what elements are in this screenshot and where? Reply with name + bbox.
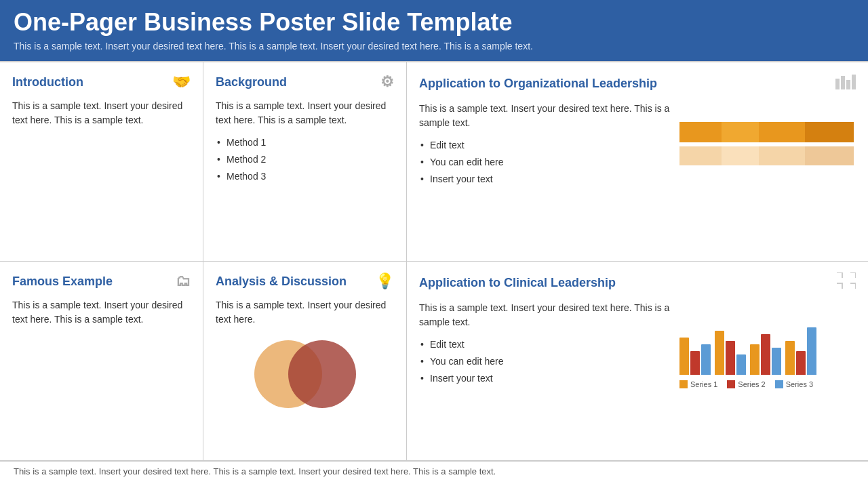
background-list: Method 1 Method 2 Method 3 — [216, 136, 394, 184]
list-item: Method 2 — [216, 152, 394, 167]
legend-label-s1: Series 1 — [690, 380, 717, 388]
list-item: Insert your text — [419, 172, 673, 186]
bar-s2-g4 — [796, 351, 806, 375]
clinical-leadership-list: Edit text You can edit here Insert your … — [419, 338, 673, 386]
gear-icon: ⚙ — [380, 73, 394, 91]
lightbulb-icon: 💡 — [376, 272, 394, 290]
org-chart-area — [679, 102, 856, 189]
org-leadership-cell: Application to Organizational Leadership… — [407, 62, 868, 262]
clinical-leadership-title: Application to Clinical Leadership — [419, 272, 856, 293]
handshake-icon: 🤝 — [172, 73, 191, 91]
venn-diagram — [216, 340, 394, 408]
list-item: Edit text — [419, 338, 673, 352]
legend-color-s1 — [679, 380, 688, 388]
list-item: Insert your text — [419, 371, 673, 386]
svg-rect-3 — [852, 75, 856, 89]
bar-s1-g4 — [785, 341, 795, 375]
main-grid: Introduction 🤝 This is a sample text. In… — [0, 61, 868, 461]
org-leadership-title: Application to Organizational Leadership — [419, 73, 856, 94]
chart-row-1 — [679, 122, 856, 142]
bar-s2-g2 — [726, 341, 735, 375]
legend-label-s3: Series 3 — [786, 380, 813, 388]
bar-s3-g4 — [807, 327, 816, 375]
folder-icon: 🗂 — [176, 272, 191, 290]
bar-s1-g1 — [679, 338, 689, 375]
clinical-leadership-inner: This is a sample text. Insert your desir… — [419, 301, 856, 388]
chart-legend: Series 1 Series 2 Series 3 — [679, 380, 856, 388]
famous-example-body: This is a sample text. Insert your desir… — [12, 298, 191, 327]
header: One-Pager Business Poster Slide Template… — [0, 0, 868, 61]
analysis-title: Analysis & Discussion 💡 — [216, 272, 394, 290]
legend-color-s3 — [775, 380, 783, 388]
introduction-body: This is a sample text. Insert your desir… — [12, 99, 191, 127]
org-leadership-list: Edit text You can edit here Insert your … — [419, 138, 673, 186]
list-item: You can edit here — [419, 155, 673, 169]
header-subtitle: This is a sample text. Insert your desir… — [14, 41, 854, 52]
svg-rect-1 — [841, 76, 845, 89]
list-item: You can edit here — [419, 354, 673, 369]
svg-rect-2 — [846, 80, 850, 89]
bar-s2-g3 — [761, 334, 770, 375]
clinical-leadership-text: This is a sample text. Insert your desir… — [419, 301, 673, 388]
bar-chart-icon — [835, 73, 856, 94]
introduction-title: Introduction 🤝 — [12, 73, 191, 91]
introduction-cell: Introduction 🤝 This is a sample text. In… — [0, 62, 203, 262]
list-item: Edit text — [419, 138, 673, 152]
famous-example-title: Famous Example 🗂 — [12, 272, 191, 290]
chart-row-2 — [679, 146, 856, 165]
famous-example-cell: Famous Example 🗂 This is a sample text. … — [0, 262, 203, 461]
clinical-leadership-cell: Application to Clinical Leadership This … — [407, 262, 868, 461]
venn-right-circle — [288, 340, 356, 408]
org-leadership-text: This is a sample text. Insert your desir… — [419, 102, 673, 189]
bar-s3-g1 — [701, 344, 711, 375]
bar-s1-g3 — [750, 344, 760, 375]
background-cell: Background ⚙ This is a sample text. Inse… — [203, 62, 407, 262]
background-body: This is a sample text. Insert your desir… — [216, 99, 394, 184]
expand-icon — [837, 272, 856, 293]
bar-s1-g2 — [715, 331, 724, 375]
org-leadership-inner: This is a sample text. Insert your desir… — [419, 102, 856, 189]
list-item: Method 1 — [216, 136, 394, 150]
clinical-bar-chart — [679, 321, 856, 375]
bar-s2-g1 — [690, 351, 700, 375]
background-title: Background ⚙ — [216, 73, 394, 91]
page-title: One-Pager Business Poster Slide Template — [14, 8, 854, 37]
bar-s3-g3 — [772, 348, 781, 375]
legend-color-s2 — [727, 380, 735, 388]
footer-text: This is a sample text. Insert your desir… — [14, 466, 496, 476]
footer: This is a sample text. Insert your desir… — [0, 461, 868, 481]
bar-s3-g2 — [736, 354, 746, 375]
list-item: Method 3 — [216, 169, 394, 184]
svg-rect-0 — [835, 79, 840, 89]
analysis-body: This is a sample text. Insert your desir… — [216, 298, 394, 327]
org-stacked-chart — [679, 122, 856, 165]
clinical-chart-area: Series 1 Series 2 Series 3 — [679, 301, 856, 388]
analysis-cell: Analysis & Discussion 💡 This is a sample… — [203, 262, 407, 461]
legend-label-s2: Series 2 — [738, 380, 765, 388]
